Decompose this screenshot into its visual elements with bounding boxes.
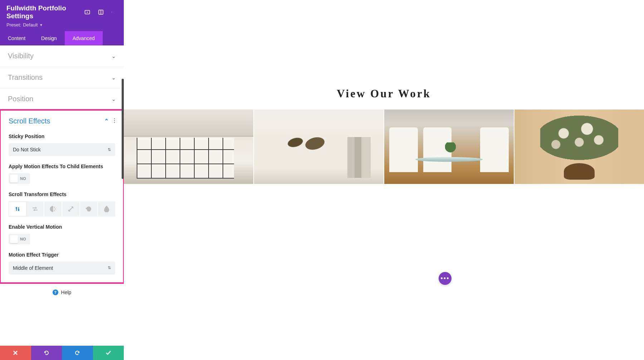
svg-point-9 (114, 122, 115, 123)
save-button[interactable] (93, 346, 124, 360)
vertical-motion-toggle[interactable]: NO (9, 234, 30, 244)
field-motion-trigger: Motion Effect Trigger Middle of Element … (1, 248, 123, 282)
toggle-knob (10, 235, 18, 243)
field-apply-motion-children: Apply Motion Effects To Child Elements N… (1, 160, 123, 188)
undo-button[interactable] (31, 346, 62, 360)
settings-tabs: Content Design Advanced (0, 31, 124, 45)
portfolio-item[interactable] (124, 110, 253, 184)
chevron-up-icon: ⌃ (104, 118, 109, 125)
svg-point-10 (54, 207, 55, 208)
scroll-effects-header[interactable]: Scroll Effects ⌃ (1, 111, 123, 130)
module-title: Fullwidth Portfolio Settings (6, 4, 84, 20)
builder-fab[interactable]: ••• (439, 272, 452, 285)
toggle-value: NO (20, 176, 26, 181)
svg-point-1 (87, 12, 88, 13)
caret-down-icon: ▼ (39, 23, 43, 27)
help-link[interactable]: ? Help (0, 283, 124, 302)
tab-design[interactable]: Design (33, 31, 65, 45)
portfolio-row (124, 110, 644, 184)
section-title: Visibility (8, 52, 34, 60)
field-label: Scroll Transform Effects (9, 191, 115, 198)
responsive-icon[interactable] (84, 9, 90, 15)
svg-point-8 (114, 120, 115, 121)
field-label: Enable Vertical Motion (9, 224, 115, 230)
settings-sections: Visibility ⌄ Transitions ⌄ Position ⌄ (0, 45, 124, 346)
page-heading: View Our Work (124, 87, 644, 100)
more-icon[interactable] (112, 9, 117, 15)
motion-trigger-select[interactable]: Middle of Element ⇅ (9, 262, 115, 274)
sidebar-header: Fullwidth Portfolio Settings Preset: Def… (0, 0, 124, 31)
chevron-down-icon: ⌄ (112, 75, 116, 81)
section-title: Transitions (8, 73, 43, 82)
portfolio-item[interactable] (514, 110, 644, 184)
transform-effect-buttons (9, 201, 115, 217)
more-icon[interactable] (114, 118, 115, 125)
expand-icon[interactable] (98, 9, 104, 15)
tab-advanced[interactable]: Advanced (65, 31, 103, 45)
effect-vertical-icon[interactable] (9, 201, 26, 217)
effect-rotate-icon[interactable] (80, 201, 98, 217)
preset-value: Default (23, 22, 38, 28)
section-visibility[interactable]: Visibility ⌄ (0, 45, 124, 67)
sidebar-footer (0, 346, 124, 360)
toggle-knob (10, 175, 18, 183)
svg-point-4 (112, 11, 112, 12)
effect-horizontal-icon[interactable] (26, 201, 44, 217)
select-value: Middle of Element (13, 265, 53, 271)
effect-blur-icon[interactable] (98, 201, 115, 217)
field-label: Motion Effect Trigger (9, 252, 115, 258)
section-title: Scroll Effects (9, 117, 50, 125)
section-title: Position (8, 95, 33, 103)
cancel-button[interactable] (0, 346, 31, 360)
field-label: Apply Motion Effects To Child Elements (9, 163, 115, 170)
effect-scale-icon[interactable] (62, 201, 80, 217)
preset-label: Preset: (6, 22, 21, 28)
svg-point-6 (112, 13, 112, 13)
preview-canvas: View Our Work ••• (124, 0, 644, 360)
preset-selector[interactable]: Preset: Default ▼ (6, 22, 117, 28)
sort-icon: ⇅ (108, 266, 111, 270)
settings-sidebar: Fullwidth Portfolio Settings Preset: Def… (0, 0, 124, 360)
section-transitions[interactable]: Transitions ⌄ (0, 67, 124, 88)
toggle-value: NO (20, 237, 26, 241)
section-scroll-effects: Scroll Effects ⌃ Sticky Position Do Not … (0, 109, 124, 284)
help-label: Help (61, 290, 72, 295)
sticky-position-select[interactable]: Do Not Stick ⇅ (9, 143, 115, 156)
portfolio-item[interactable] (384, 110, 514, 184)
tab-content[interactable]: Content (0, 31, 33, 45)
field-enable-vertical-motion: Enable Vertical Motion NO (1, 220, 123, 248)
section-position[interactable]: Position ⌄ (0, 88, 124, 110)
chevron-down-icon: ⌄ (112, 53, 116, 59)
apply-motion-toggle[interactable]: NO (9, 173, 30, 184)
effect-fade-icon[interactable] (44, 201, 62, 217)
svg-point-11 (55, 209, 55, 209)
redo-button[interactable] (62, 346, 93, 360)
help-icon: ? (53, 290, 58, 295)
chevron-down-icon: ⌄ (112, 96, 116, 102)
svg-point-12 (54, 210, 55, 211)
portfolio-item[interactable] (254, 110, 384, 184)
svg-point-7 (114, 118, 115, 119)
svg-point-5 (112, 12, 112, 13)
field-label: Sticky Position (9, 133, 115, 140)
field-scroll-transform: Scroll Transform Effects (1, 188, 123, 220)
sort-icon: ⇅ (108, 147, 111, 152)
field-sticky-position: Sticky Position Do Not Stick ⇅ (1, 130, 123, 160)
select-value: Do Not Stick (13, 147, 41, 152)
